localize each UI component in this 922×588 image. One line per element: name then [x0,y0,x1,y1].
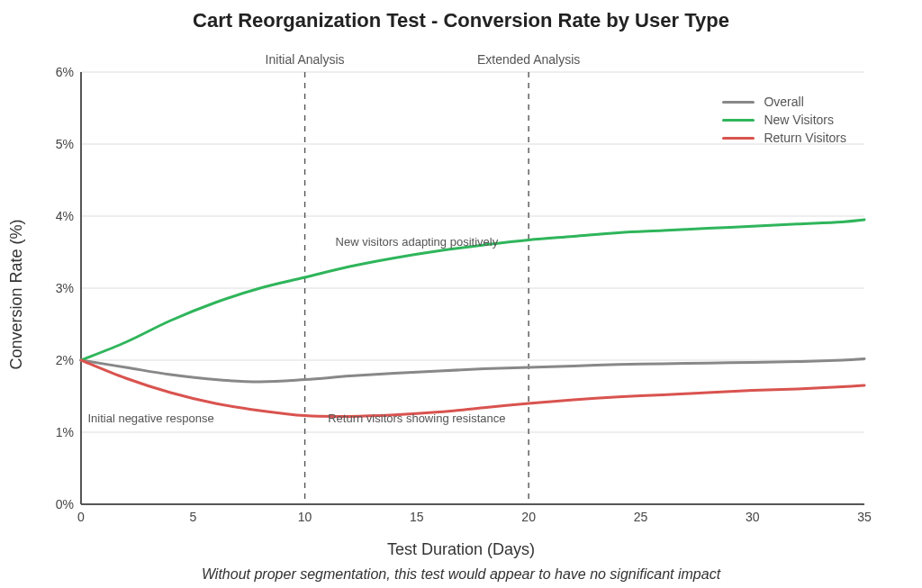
x-tick-label: 20 [521,510,536,524]
vline-label: Extended Analysis [477,52,580,67]
legend-item-new-visitors: New Visitors [722,113,846,127]
y-tick-label: 3% [38,281,74,295]
legend-item-overall: Overall [722,95,846,109]
legend-item-return-visitors: Return Visitors [722,131,846,145]
plot-area: Overall New Visitors Return Visitors 0%1… [81,72,864,504]
chart-root: Cart Reorganization Test - Conversion Ra… [0,0,922,588]
annotation: Initial negative response [87,412,213,425]
x-tick-label: 15 [410,510,424,524]
x-tick-label: 10 [298,510,312,524]
y-axis-label: Conversion Rate (%) [7,219,26,369]
legend: Overall New Visitors Return Visitors [722,95,846,149]
x-axis-label: Test Duration (Days) [0,540,922,559]
y-tick-label: 5% [38,137,74,151]
legend-label: Return Visitors [764,131,846,145]
vline-label: Initial Analysis [266,52,345,67]
x-tick-label: 0 [77,510,85,524]
annotation: New visitors adapting positively [336,235,499,249]
y-tick-label: 1% [38,425,74,439]
y-tick-label: 4% [38,209,74,223]
legend-label: New Visitors [764,113,834,127]
y-tick-label: 0% [38,497,74,511]
x-tick-label: 5 [189,510,196,524]
legend-swatch [722,101,755,104]
x-tick-label: 35 [857,510,872,524]
y-tick-label: 2% [38,353,74,367]
annotation: Return visitors showing resistance [328,412,505,425]
chart-title: Cart Reorganization Test - Conversion Ra… [0,9,922,32]
legend-swatch [722,119,755,122]
x-tick-label: 30 [746,510,760,524]
chart-subtitle: Without proper segmentation, this test w… [0,566,922,583]
legend-label: Overall [764,95,803,109]
legend-swatch [722,137,755,140]
x-tick-label: 25 [634,510,648,524]
y-tick-label: 6% [38,65,74,79]
